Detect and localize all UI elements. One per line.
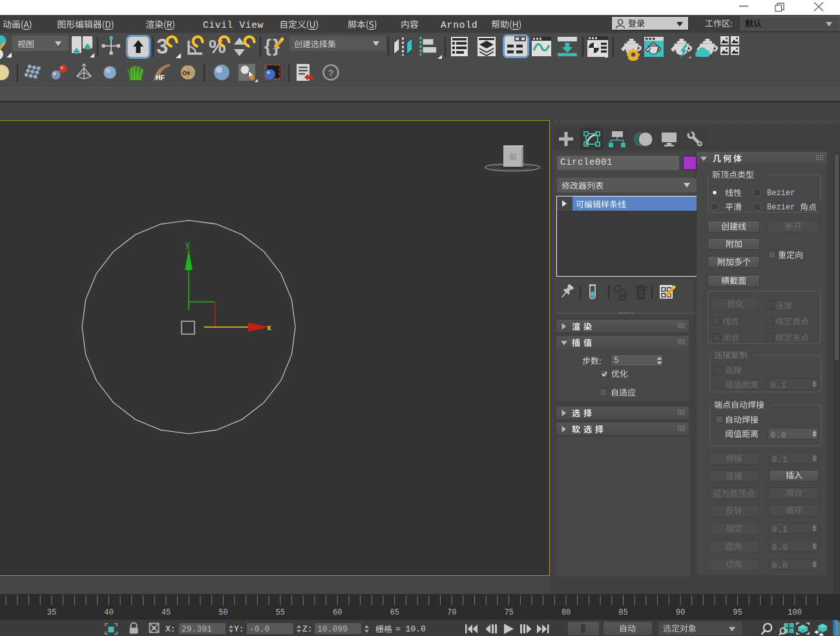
- svg-text:?: ?: [328, 67, 334, 78]
- svg-text:x: x: [267, 323, 271, 332]
- svg-text:HF: HF: [156, 74, 165, 81]
- svg-text:y: y: [185, 240, 189, 249]
- svg-text:Ox: Ox: [182, 70, 190, 76]
